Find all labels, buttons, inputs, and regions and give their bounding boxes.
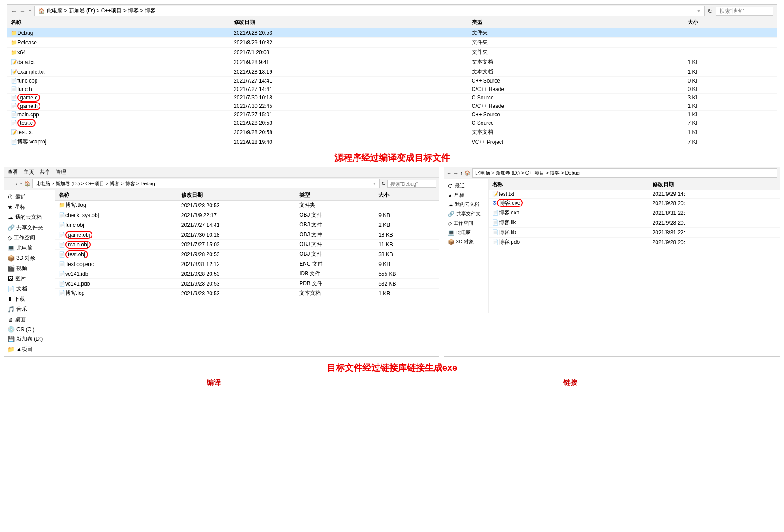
- forward-btn[interactable]: →: [20, 8, 26, 15]
- toolbar-manage[interactable]: 管理: [56, 168, 66, 176]
- toolbar-view[interactable]: 查看: [8, 168, 18, 176]
- addr-path-right[interactable]: 此电脑 > 新加卷 (D:) > C++项目 > 博客 > Debug: [472, 168, 777, 178]
- file-type-cell: 文件夹: [468, 38, 685, 48]
- address-path-top[interactable]: 🏠 此电脑 > 新加卷 (D:) > C++项目 > 博客 > 博客 ▼: [34, 6, 705, 16]
- folder-icon: 📁: [11, 30, 17, 36]
- table-row[interactable]: 📄game.obj2021/7/30 10:18OBJ 文件18 KB: [55, 230, 439, 240]
- file-size-cell: 1 KI: [684, 102, 777, 111]
- table-row[interactable]: 📄博客.vcxproj2021/9/28 19:40VC++ Project7 …: [7, 137, 777, 147]
- file-size-cell: 555 KB: [375, 269, 439, 279]
- sidebar-nav-item[interactable]: 💿OS (C:): [4, 325, 55, 334]
- generic-file-icon: 📄: [492, 229, 499, 235]
- table-row[interactable]: 📝data.txt2021/9/28 9:41文本文档1 KI: [7, 57, 777, 67]
- table-row[interactable]: 📄博客.lib2021/8/31 22:: [489, 228, 780, 238]
- table-row[interactable]: 📝test.txt2021/9/29 14:: [489, 190, 780, 199]
- table-row[interactable]: 📁Debug2021/9/28 20:53文件夹: [7, 28, 777, 38]
- sidebar-icon: 🎬: [8, 265, 15, 272]
- back-btn[interactable]: ←: [11, 8, 17, 15]
- table-row[interactable]: 📁Release2021/8/29 10:32文件夹: [7, 38, 777, 48]
- table-row[interactable]: 📄game.c2021/7/30 10:18C Source3 KI: [7, 94, 777, 102]
- sidebar-nav-item[interactable]: 💾新加卷 (D:): [4, 334, 55, 344]
- sidebar-nav-item[interactable]: ◇工作空间: [4, 233, 55, 243]
- sidebar-nav-item[interactable]: 📄文档: [4, 284, 55, 294]
- table-row[interactable]: 📄vc141.pdb2021/9/28 20:53PDB 文件532 KB: [55, 279, 439, 289]
- table-row[interactable]: 📄博客.log2021/9/28 20:53文本文档1 KB: [55, 289, 439, 298]
- circled-filename: main.obj: [65, 241, 91, 249]
- sidebar-icon: ⏱: [448, 183, 453, 189]
- search-input-top[interactable]: [716, 7, 773, 16]
- table-row[interactable]: 📄func.h2021/7/27 14:41C/C++ Header0 KI: [7, 85, 777, 94]
- col-type-top: 类型: [468, 17, 685, 28]
- sidebar-nav-item[interactable]: 💻此电脑: [444, 228, 488, 237]
- dropdown-icon-left[interactable]: ▼: [372, 181, 377, 186]
- forward-btn-left[interactable]: →: [13, 181, 18, 187]
- file-size-cell: 0 KI: [684, 85, 777, 94]
- dropdown-icon-top[interactable]: ▼: [696, 8, 701, 13]
- sidebar-nav-item[interactable]: ★星标: [444, 191, 488, 200]
- sidebar-nav-item[interactable]: 🔗共享文件夹: [444, 209, 488, 218]
- sidebar-nav-item[interactable]: ☁我的云文档: [4, 212, 55, 222]
- left-toolbar: 查看 主页 共享 管理: [4, 167, 439, 178]
- search-input-left[interactable]: [387, 180, 436, 188]
- table-row[interactable]: 📄func.obj2021/7/27 14:41OBJ 文件2 KB: [55, 220, 439, 230]
- table-row[interactable]: 📄Test.obj.enc2021/8/31 12:12ENC 文件9 KB: [55, 259, 439, 269]
- table-row[interactable]: 📄main.cpp2021/7/27 15:01C++ Source1 KI: [7, 111, 777, 119]
- sidebar-nav-item[interactable]: 📁▲项目: [4, 344, 55, 354]
- table-row[interactable]: 📝example.txt2021/9/28 18:19文本文档1 KI: [7, 67, 777, 77]
- h-file-icon: 📄: [11, 103, 17, 109]
- table-row[interactable]: 📄vc141.idb2021/9/28 20:53IDB 文件555 KB: [55, 269, 439, 279]
- sidebar-nav-item[interactable]: ⏱最近: [4, 192, 55, 202]
- forward-btn-right[interactable]: →: [454, 171, 458, 176]
- table-row[interactable]: 📁x642021/7/1 20:03文件夹: [7, 48, 777, 57]
- up-btn-left[interactable]: ↑: [20, 181, 23, 187]
- sidebar-nav-item[interactable]: 📦3D 对象: [444, 237, 488, 246]
- circled-filename: test.c: [17, 119, 36, 127]
- up-btn-right[interactable]: ↑: [460, 171, 463, 176]
- sidebar-nav-item[interactable]: ★星标: [4, 202, 55, 212]
- table-row[interactable]: 📄func.cpp2021/7/27 14:41C++ Source0 KI: [7, 77, 777, 85]
- table-row[interactable]: 📄check_sys.obj2021/8/9 22:17OBJ 文件9 KB: [55, 210, 439, 220]
- sidebar-nav-item[interactable]: ☁我的云文档: [444, 200, 488, 209]
- sidebar-label: 星标: [454, 192, 464, 199]
- right-file-list: 名称 修改日期 📝test.txt2021/9/29 14:⚙博客.exe202…: [489, 179, 780, 313]
- sidebar-nav-item[interactable]: 📦3D 对象: [4, 253, 55, 263]
- table-row[interactable]: 📄game.h2021/7/30 22:45C/C++ Header1 KI: [7, 102, 777, 111]
- labels-row: 编译 链接: [0, 377, 784, 389]
- sidebar-nav-item[interactable]: ◇工作空间: [444, 218, 488, 228]
- sidebar-icon: 📄: [8, 286, 15, 292]
- table-row[interactable]: ⚙博客.exe2021/9/28 20:: [489, 199, 780, 208]
- sidebar-nav-item[interactable]: 💻此电脑: [4, 243, 55, 253]
- file-name-cell: 📝data.txt: [7, 57, 230, 67]
- sidebar-nav-item[interactable]: 🖼图片: [4, 274, 55, 284]
- table-row[interactable]: 📄博客.pdb2021/9/28 20:: [489, 238, 780, 247]
- sidebar-nav-item[interactable]: ⏱最近: [444, 181, 488, 191]
- sidebar-nav-item[interactable]: 🖥桌面: [4, 314, 55, 325]
- table-row[interactable]: 📄main.obj2021/7/27 15:02OBJ 文件11 KB: [55, 240, 439, 250]
- addr-path-left[interactable]: 此电脑 > 新加卷 (D:) > C++项目 > 博客 > 博客 > Debug…: [32, 179, 380, 188]
- toolbar-home[interactable]: 主页: [24, 168, 34, 176]
- toolbar-share[interactable]: 共享: [40, 168, 50, 176]
- sidebar-nav-item[interactable]: 🎵音乐: [4, 304, 55, 314]
- circled-filename: 博客.exe: [497, 199, 523, 207]
- table-row[interactable]: 📄test.obj2021/9/28 20:53OBJ 文件38 KB: [55, 250, 439, 259]
- sidebar-nav-item[interactable]: 🔗共享文件夹: [4, 222, 55, 233]
- back-btn-right[interactable]: ←: [447, 171, 452, 176]
- sidebar-nav-item[interactable]: 🎬视频: [4, 263, 55, 274]
- up-btn[interactable]: ↑: [28, 8, 32, 15]
- table-row[interactable]: 📄test.c2021/9/28 20:53C Source7 KI: [7, 119, 777, 127]
- refresh-btn-top[interactable]: ↻: [708, 8, 713, 15]
- file-name-cell: 📄main.obj: [55, 240, 178, 250]
- table-row[interactable]: 📄博客.ilk2021/9/28 20:: [489, 218, 780, 228]
- table-row[interactable]: 📄博客.exp2021/8/31 22:: [489, 208, 780, 218]
- back-btn-left[interactable]: ←: [7, 181, 12, 187]
- sidebar-nav-item[interactable]: ⬇下载: [4, 294, 55, 304]
- file-name-cell: 📄func.obj: [55, 220, 178, 230]
- txt-file-icon: 📝: [11, 69, 17, 75]
- table-row[interactable]: 📝test.txt2021/9/28 20:58文本文档1 KI: [7, 127, 777, 137]
- file-name-cell: 📝example.txt: [7, 67, 230, 77]
- file-name-cell: 📄func.cpp: [7, 77, 230, 85]
- file-size-cell: [684, 48, 777, 57]
- top-explorer: ← → ↑ 🏠 此电脑 > 新加卷 (D:) > C++项目 > 博客 > 博客…: [7, 4, 777, 147]
- refresh-btn-left[interactable]: ↻: [382, 181, 386, 187]
- table-row[interactable]: 📁博客.tlog2021/9/28 20:53文件夹: [55, 201, 439, 210]
